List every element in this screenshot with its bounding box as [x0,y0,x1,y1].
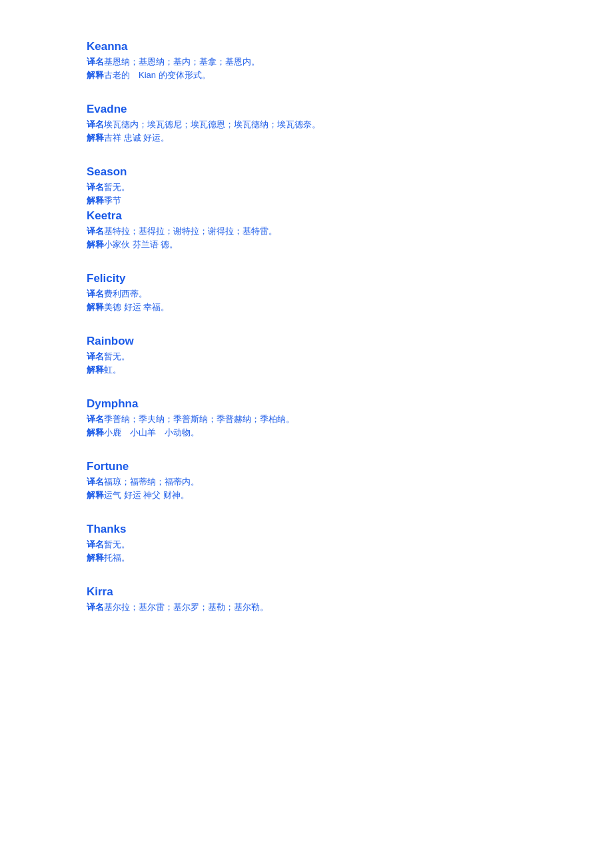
translation-label-fortune: 译名 [87,477,104,487]
entry-translation-dymphna: 译名季普纳；季夫纳；季普斯纳；季普赫纳；季柏纳。 [87,413,526,425]
entry-meaning-fortune: 解释运气 好运 神父 财神。 [87,489,526,501]
meaning-label-season: 解释 [87,195,104,205]
entry-keetra: Keetra译名基特拉；基得拉；谢特拉；谢得拉；基特雷。解释小家伙 芬兰语 德。 [87,209,526,251]
entry-name-keanna: Keanna [87,40,526,53]
entry-name-kirra: Kirra [87,585,526,599]
entry-name-keetra: Keetra [87,209,526,223]
entry-evadne: Evadne译名埃瓦德内；埃瓦德尼；埃瓦德恩；埃瓦德纳；埃瓦德奈。解释吉祥 忠诚… [87,103,526,144]
entry-dymphna: Dymphna译名季普纳；季夫纳；季普斯纳；季普赫纳；季柏纳。解释小鹿 小山羊 … [87,397,526,439]
translation-label-keanna: 译名 [87,57,104,67]
entry-keanna: Keanna译名基恩纳；基恩纳；基内；基拿；基恩内。解释古老的 Kian 的变体… [87,40,526,81]
entry-translation-thanks: 译名暂无。 [87,539,526,551]
entry-meaning-felicity: 解释美德 好运 幸福。 [87,301,526,313]
meaning-label-keanna: 解释 [87,70,104,80]
entry-fortune: Fortune译名福琼；福蒂纳；福蒂内。解释运气 好运 神父 财神。 [87,460,526,501]
entry-name-thanks: Thanks [87,523,526,536]
entry-meaning-rainbow: 解释虹。 [87,364,526,376]
entry-translation-keetra: 译名基特拉；基得拉；谢特拉；谢得拉；基特雷。 [87,225,526,237]
translation-label-rainbow: 译名 [87,351,104,361]
translation-label-season: 译名 [87,182,104,192]
entry-translation-keanna: 译名基恩纳；基恩纳；基内；基拿；基恩内。 [87,56,526,68]
translation-label-dymphna: 译名 [87,414,104,424]
entry-meaning-dymphna: 解释小鹿 小山羊 小动物。 [87,427,526,439]
entry-name-dymphna: Dymphna [87,397,526,411]
entry-name-felicity: Felicity [87,272,526,285]
entry-translation-season: 译名暂无。 [87,181,526,193]
translation-label-kirra: 译名 [87,602,104,612]
entry-season: Season译名暂无。解释季节 [87,165,526,207]
entry-translation-fortune: 译名福琼；福蒂纳；福蒂内。 [87,476,526,488]
translation-label-evadne: 译名 [87,119,104,129]
entry-name-season: Season [87,165,526,179]
translation-label-keetra: 译名 [87,226,104,236]
entry-meaning-evadne: 解释吉祥 忠诚 好运。 [87,132,526,144]
entry-name-rainbow: Rainbow [87,335,526,348]
entry-felicity: Felicity译名费利西蒂。解释美德 好运 幸福。 [87,272,526,313]
entry-rainbow: Rainbow译名暂无。解释虹。 [87,335,526,376]
entry-meaning-thanks: 解释托福。 [87,552,526,564]
translation-label-felicity: 译名 [87,289,104,299]
entry-thanks: Thanks译名暂无。解释托福。 [87,523,526,564]
meaning-label-keetra: 解释 [87,239,104,249]
meaning-label-felicity: 解释 [87,302,104,312]
entry-translation-rainbow: 译名暂无。 [87,351,526,363]
entry-meaning-keanna: 解释古老的 Kian 的变体形式。 [87,69,526,81]
translation-label-thanks: 译名 [87,539,104,549]
entry-translation-felicity: 译名费利西蒂。 [87,288,526,300]
entry-meaning-keetra: 解释小家伙 芬兰语 德。 [87,239,526,251]
entry-translation-kirra: 译名基尔拉；基尔雷；基尔罗；基勒；基尔勒。 [87,601,526,613]
entry-name-fortune: Fortune [87,460,526,473]
entry-translation-evadne: 译名埃瓦德内；埃瓦德尼；埃瓦德恩；埃瓦德纳；埃瓦德奈。 [87,119,526,131]
entry-kirra: Kirra译名基尔拉；基尔雷；基尔罗；基勒；基尔勒。 [87,585,526,613]
meaning-label-evadne: 解释 [87,133,104,143]
entry-meaning-season: 解释季节 [87,195,526,207]
meaning-label-rainbow: 解释 [87,365,104,375]
meaning-label-fortune: 解释 [87,490,104,500]
entry-name-evadne: Evadne [87,103,526,116]
meaning-label-thanks: 解释 [87,553,104,563]
meaning-label-dymphna: 解释 [87,427,104,437]
